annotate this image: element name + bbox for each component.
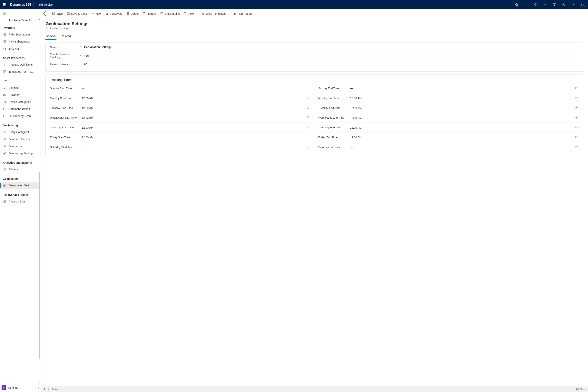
time-field-value[interactable]: 12:00 AM bbox=[348, 116, 574, 119]
time-field-value[interactable]: 12:00 AM bbox=[80, 136, 306, 139]
time-picker-button[interactable] bbox=[574, 126, 579, 129]
tab-related[interactable]: Related bbox=[61, 33, 71, 40]
start-time-row: Thursday Start Time12:00 AM bbox=[50, 123, 310, 132]
sidebar-item[interactable]: Settings bbox=[0, 84, 38, 91]
tab-general[interactable]: General bbox=[46, 33, 56, 40]
time-field-label: Thursday Start Time bbox=[50, 126, 80, 129]
time-picker-button[interactable] bbox=[306, 106, 310, 110]
sidebar-item[interactable]: Property Definitions bbox=[0, 61, 38, 68]
footer-save-button[interactable]: Save bbox=[576, 388, 586, 391]
end-time-row: Wednesday End Time12:00 AM bbox=[318, 113, 579, 123]
time-field-value[interactable]: 12:00 AM bbox=[348, 97, 574, 100]
sidebar-item-clipped[interactable]: Purchase Order Su… bbox=[0, 18, 38, 22]
time-field-value[interactable]: --- bbox=[348, 87, 574, 90]
time-picker-button[interactable] bbox=[306, 126, 310, 129]
app-name-label[interactable]: Field Service bbox=[34, 3, 55, 6]
popout-icon[interactable] bbox=[43, 388, 46, 391]
time-picker-button[interactable] bbox=[306, 146, 310, 149]
delete-button[interactable]: Delete bbox=[124, 10, 140, 17]
sidebar-item[interactable]: Entity Configurati… bbox=[0, 128, 38, 136]
sidebar-item[interactable]: Geolocation Settin… bbox=[0, 182, 38, 189]
sidebar-item[interactable]: IoT Property Defin… bbox=[0, 112, 38, 120]
time-picker-button[interactable] bbox=[574, 136, 579, 139]
word-templates-button[interactable]: Word Templates⌄ bbox=[200, 10, 232, 17]
sidebar-item[interactable]: Analysis Jobs bbox=[0, 198, 38, 205]
sidebar-item[interactable]: RTV Substatuses bbox=[0, 38, 38, 45]
time-field-value[interactable]: 12:00 AM bbox=[348, 126, 574, 129]
sidebar-item[interactable]: Command Definiti… bbox=[0, 106, 38, 112]
time-picker-button[interactable] bbox=[306, 87, 310, 90]
sidebar-item[interactable]: Settings bbox=[0, 166, 38, 173]
svg-rect-0 bbox=[3, 3, 4, 4]
search-icon bbox=[515, 3, 518, 6]
time-field-value[interactable]: --- bbox=[348, 146, 574, 149]
time-picker-button[interactable] bbox=[306, 96, 310, 100]
time-field-value[interactable]: 12:00 AM bbox=[80, 106, 306, 110]
save-button[interactable]: Save bbox=[50, 10, 65, 17]
flow-button[interactable]: Flow⌄ bbox=[182, 10, 200, 17]
user-avatar[interactable]: FL bbox=[580, 2, 585, 8]
time-picker-button[interactable] bbox=[574, 146, 579, 149]
sidebar-group-header: FieldService Health bbox=[0, 189, 38, 198]
content-scrollbar[interactable]: ▲ ▼ bbox=[586, 18, 588, 386]
search-button[interactable] bbox=[512, 0, 521, 10]
time-field-value[interactable]: 12:00 AM bbox=[348, 136, 574, 139]
sidenav-collapse-toggle[interactable] bbox=[0, 10, 40, 18]
time-field-value[interactable]: --- bbox=[80, 87, 306, 90]
enable-tracking-value[interactable]: Yes bbox=[82, 54, 579, 57]
cmd-label: Word Templates bbox=[206, 12, 226, 15]
time-field-value[interactable]: --- bbox=[80, 146, 306, 149]
sidebar-item[interactable]: Templates For Pro… bbox=[0, 68, 38, 75]
sidebar-item[interactable]: Providers bbox=[0, 91, 38, 98]
brand-label[interactable]: Dynamics 365 bbox=[10, 3, 33, 6]
task-button[interactable] bbox=[521, 0, 531, 10]
time-field-value[interactable]: 12:00 AM bbox=[80, 126, 306, 129]
advanced-filter-button[interactable] bbox=[550, 0, 559, 10]
name-field-value[interactable]: Geolocation Settings bbox=[82, 46, 579, 48]
new-button[interactable]: New bbox=[90, 10, 103, 17]
sidenav-scrollbar[interactable]: ▲ ▼ bbox=[38, 18, 40, 383]
report-icon bbox=[234, 12, 236, 16]
sidebar-item[interactable]: Ship Via bbox=[0, 45, 38, 52]
svg-rect-1 bbox=[4, 3, 5, 4]
sidebar-item[interactable]: Geofencing Settings bbox=[0, 150, 38, 157]
svg-rect-27 bbox=[3, 48, 5, 49]
quick-create-button[interactable] bbox=[540, 0, 550, 10]
gear-icon bbox=[3, 130, 7, 134]
svg-point-16 bbox=[563, 4, 564, 5]
svg-line-10 bbox=[517, 5, 518, 6]
topbar-divider bbox=[34, 2, 34, 7]
app-launcher-waffle[interactable] bbox=[0, 0, 10, 10]
saveclose-icon bbox=[67, 12, 70, 16]
time-field-value[interactable]: 12:00 AM bbox=[80, 116, 306, 119]
svg-point-28 bbox=[4, 49, 4, 50]
sidebar-item[interactable]: Device Categories bbox=[0, 98, 38, 106]
back-button[interactable] bbox=[42, 10, 49, 17]
time-field-label: Saturday Start Time bbox=[50, 146, 80, 148]
time-field-value[interactable]: 12:00 AM bbox=[348, 106, 574, 110]
svg-rect-31 bbox=[4, 70, 6, 73]
time-field-value[interactable]: 12:00 AM bbox=[80, 97, 306, 100]
time-picker-button[interactable] bbox=[574, 116, 579, 119]
email-a-link-button[interactable]: Email a Link bbox=[158, 10, 182, 17]
time-field-label: Thursday End Time bbox=[318, 126, 348, 129]
time-picker-button[interactable] bbox=[574, 96, 579, 100]
time-picker-button[interactable] bbox=[574, 87, 579, 90]
clock-icon bbox=[307, 146, 310, 149]
sidebar-item[interactable]: Geofences bbox=[0, 143, 38, 150]
settings-button[interactable] bbox=[559, 0, 568, 10]
assistant-button[interactable] bbox=[531, 0, 540, 10]
save-close-button[interactable]: Save & Close bbox=[65, 10, 90, 17]
refresh-interval-value[interactable]: 60 bbox=[82, 63, 579, 66]
time-picker-button[interactable] bbox=[574, 106, 579, 110]
providers-icon bbox=[3, 93, 7, 97]
deactivate-button[interactable]: Deactivate bbox=[103, 10, 124, 17]
time-picker-button[interactable] bbox=[306, 136, 310, 139]
time-picker-button[interactable] bbox=[306, 116, 310, 119]
help-button[interactable] bbox=[568, 0, 578, 10]
area-switcher[interactable]: S Settings ▴▾ bbox=[0, 383, 40, 392]
sidebar-item[interactable]: Geofence Events bbox=[0, 136, 38, 143]
run-report-button[interactable]: Run Report⌄ bbox=[232, 10, 258, 17]
refresh-button[interactable]: Refresh bbox=[140, 10, 158, 17]
sidebar-item[interactable]: RMA Substatuses bbox=[0, 31, 38, 38]
